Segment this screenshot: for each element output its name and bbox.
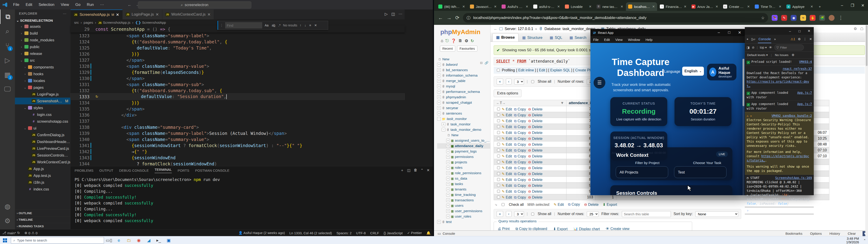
console-toggle[interactable]: ▭ Console — [434, 232, 455, 236]
log-levels-select[interactable]: Default levels ▾ — [747, 53, 768, 57]
copy-link[interactable]: ⧉ Copy — [514, 195, 526, 199]
tree-item-i18n-js[interactable]: JSi18n.js — [15, 179, 70, 186]
row-checkbox[interactable] — [497, 160, 500, 163]
extensions-puzzle-icon[interactable]: 🧩 — [819, 15, 825, 21]
settings-gear-icon[interactable]: ⚙ — [0, 214, 15, 228]
code-line-1338[interactable]: 1338 <div className="summary-card"> — [70, 124, 405, 130]
code-line-1333[interactable]: 1333↻ defaultValue: "Session duration", — [70, 94, 405, 100]
language-select[interactable]: English⌄ — [682, 67, 704, 76]
delete-link[interactable]: ⊖ Delete — [528, 131, 542, 135]
extension-pen-icon[interactable]: ✎ — [781, 15, 787, 21]
rapp-menu-help[interactable]: Help — [643, 38, 655, 41]
problems-indicator[interactable]: ⊗ 0 ⚠ 0 — [22, 231, 40, 235]
edit-link[interactable]: ✎ Edit — [502, 113, 512, 117]
edit-link[interactable]: ✎ Edit — [502, 143, 512, 146]
copy-link[interactable]: ⧉ Copy — [514, 143, 526, 146]
branch-indicator[interactable]: ⎇ main* ↻ — [0, 231, 22, 235]
tree-item-index-css[interactable]: #index.css — [15, 186, 70, 192]
find-input[interactable] — [225, 22, 262, 28]
close-find-icon[interactable]: ✕ — [313, 23, 318, 28]
clear-console-icon[interactable]: ⊘ — [752, 45, 754, 49]
row-checkbox[interactable] — [497, 149, 500, 152]
db-tree-assigned_users_to_projects[interactable]: +▦assigned_users_to_projects — [437, 138, 490, 143]
match-case-icon[interactable]: Aa — [264, 23, 269, 28]
delete-link[interactable]: ⊖ Delete — [528, 125, 542, 129]
menu-file[interactable]: File — [10, 2, 22, 7]
menu-···[interactable]: ··· — [97, 2, 107, 7]
delete-link[interactable]: ⊖ Delete — [528, 166, 542, 170]
code-line-1331[interactable]: 1331 <span className="summary-sub"> — [70, 81, 405, 87]
db-tree-mysql[interactable]: +🛢mysql — [437, 84, 490, 89]
link-icon[interactable]: 🔗 — [485, 61, 489, 65]
db-tree-phpmyadmin[interactable]: +🛢phpmyadmin — [437, 94, 490, 100]
row-checkbox[interactable] — [497, 137, 500, 140]
edit-link[interactable]: ✎ Edit — [502, 154, 512, 158]
taskbar-terminal[interactable]: ▸_ — [154, 236, 164, 244]
console-options[interactable]: Options — [810, 232, 822, 236]
breadcrumb-screenshotapp-js[interactable]: JSScreenshotApp.js — [98, 21, 130, 25]
copy-link[interactable]: ⧉ Copy — [514, 166, 526, 170]
code-line-1337[interactable]: 1337 — [70, 118, 405, 124]
db-tree-user_permissions[interactable]: +▦user_permissions — [437, 208, 490, 214]
console-filter-input[interactable]: ▽ Filter — [774, 44, 804, 50]
browser-tab-time-trackin[interactable]: Time Trackin✕ — [752, 2, 784, 11]
op-create-view[interactable]: 👁 Create view — [606, 227, 629, 231]
close-button[interactable]: ✕ — [735, 30, 745, 35]
page-prev-button[interactable]: ‹ — [506, 211, 512, 217]
db-tree-role_permissions[interactable]: +▦role_permissions — [437, 170, 490, 176]
maximize-button[interactable]: □ — [724, 30, 735, 35]
tree-item-node-modules[interactable]: ›node_modules — [15, 37, 70, 43]
menu-view[interactable]: View — [58, 2, 72, 7]
help-icon[interactable]: ❓ — [451, 38, 456, 43]
tree-item-public[interactable]: ›public — [15, 43, 70, 50]
code-line-1336[interactable]: 1336 </div> — [70, 112, 405, 118]
code-line-1328[interactable]: 1328 <span className="summary-value"> — [70, 63, 405, 69]
code-line-1342[interactable]: 1342 →{" "} — [70, 148, 405, 155]
breadcrumb-pages[interactable]: pages — [84, 21, 93, 25]
browser-tab--86-whatsa[interactable]: (86) WhatsA✕ — [436, 2, 467, 11]
op-copy-to-clipboard[interactable]: ⧉ Copy to clipboard — [515, 227, 547, 231]
edit-link[interactable]: ✎ Edit — [502, 137, 512, 141]
code-line-1329[interactable]: 1329 {formatTime(elapsedSeconds)} — [70, 69, 405, 75]
code-line-1341[interactable]: 1341 {sessionWindowStart ? formatClock(s… — [70, 142, 405, 148]
close-button[interactable]: ✕ — [804, 29, 814, 33]
edit-link[interactable]: ✎ Edit — [502, 184, 512, 187]
op-print[interactable]: 🖨 Print — [498, 227, 509, 231]
code-line-1325[interactable]: 1325 defaultValue: "Today's Time", — [70, 45, 405, 51]
pma-tab-structure[interactable]: ▦Structure — [519, 34, 546, 41]
explorer-icon[interactable]: ⧉ — [0, 9, 16, 24]
db-tree-payment_logs[interactable]: +▦payment_logs — [437, 149, 490, 154]
settings-icon[interactable]: ⚙ — [465, 38, 468, 43]
db-tree-tasks[interactable]: +▦tasks — [437, 181, 490, 187]
workspace-root[interactable]: ⌄ SCREENELECTRON — [15, 18, 70, 23]
taskbar-search[interactable]: ⌕ Type here to search — [11, 237, 104, 244]
console-bookmarks[interactable]: Bookmarks — [785, 232, 802, 236]
code-line-1327[interactable]: 1327 </span> — [70, 57, 405, 63]
refresh-icon[interactable]: ↻ — [471, 38, 474, 43]
edit-link[interactable]: ✎ Edit — [502, 160, 512, 164]
new-tab-button[interactable]: ＋ — [816, 2, 827, 11]
delete-link[interactable]: ⊖ Delete — [528, 189, 542, 193]
delete-link[interactable]: ⊖ Delete — [528, 184, 542, 187]
pma-tab-browse[interactable]: ▦Browse — [492, 33, 519, 41]
row-checkbox[interactable] — [497, 131, 500, 134]
explorer-more-icon[interactable]: ··· — [63, 12, 66, 16]
edit-link[interactable]: ✎ Edit — [502, 107, 512, 111]
db-tree-scraped_chatgpt[interactable]: +🛢scraped_chatgpt — [437, 100, 490, 105]
notifications-bell-icon[interactable]: 🔔 — [424, 231, 433, 235]
tree-item-build[interactable]: ›build — [15, 30, 70, 37]
section-running-tasks[interactable]: › RUNNING TASKS — [15, 223, 70, 229]
page-select[interactable]: 3 — [514, 211, 524, 217]
pma-tab-search[interactable]: ▦Search — [566, 34, 590, 41]
run-debug-icon[interactable]: ▷ — [0, 53, 15, 67]
code-line-1340[interactable]: 1340 <span className="summary-value"> — [70, 136, 405, 142]
copy-link[interactable]: ⧉ Copy — [514, 119, 526, 123]
project-filter-select[interactable]: All Projects — [616, 166, 668, 178]
db-tree-task_monitor_demo[interactable]: −🛢task_monitor_demo — [437, 127, 490, 132]
menu-run[interactable]: Run — [84, 2, 97, 7]
menu-selection[interactable]: Selection — [35, 2, 58, 7]
breadcrumb-database[interactable]: Database: task_monitor_demo — [545, 27, 595, 31]
bookmark-star-icon[interactable]: ☆ — [761, 16, 765, 20]
panel-maximize-icon[interactable]: ⌃ — [421, 168, 423, 173]
copy-link[interactable]: ⧉ Copy — [514, 113, 526, 117]
